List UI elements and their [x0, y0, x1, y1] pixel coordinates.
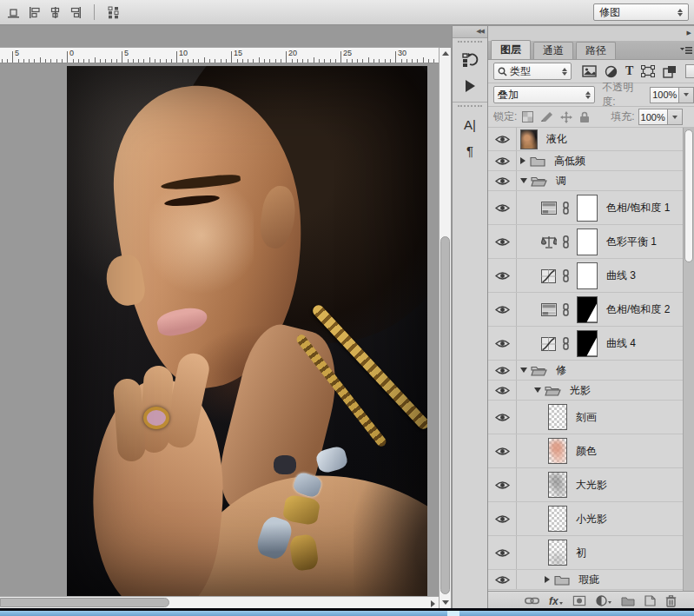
layer-list-scrollbar[interactable] — [683, 128, 694, 591]
filter-type-combo[interactable]: 类型 — [493, 63, 572, 80]
layer-mask-thumbnail[interactable] — [577, 296, 598, 323]
layer-thumbnail[interactable] — [520, 129, 538, 149]
expand-arrow-icon[interactable] — [520, 157, 525, 164]
expand-arrow-icon[interactable] — [545, 576, 550, 583]
panel-collapse-icon[interactable]: ▶ — [687, 30, 691, 36]
new-group-icon[interactable] — [621, 596, 635, 606]
visibility-toggle-icon[interactable] — [495, 156, 510, 166]
tab-paths[interactable]: 路径 — [576, 42, 616, 59]
horizontal-ruler[interactable]: 5051015202530 — [0, 47, 440, 63]
scroll-right-icon[interactable] — [431, 600, 435, 607]
blend-mode-combo[interactable]: 叠加 — [493, 86, 595, 103]
lock-move-icon[interactable] — [560, 111, 572, 123]
layer-row[interactable]: 瑕疵 — [488, 570, 694, 590]
distribute-hcenter-icon[interactable] — [49, 6, 62, 19]
horizontal-scroll-thumb[interactable] — [0, 598, 169, 607]
visibility-toggle-icon[interactable] — [495, 176, 510, 186]
layer-thumbnail[interactable] — [548, 540, 567, 566]
vertical-scroll-thumb[interactable] — [440, 236, 450, 594]
new-layer-icon[interactable] — [644, 595, 656, 606]
visibility-toggle-icon[interactable] — [495, 271, 510, 281]
visibility-toggle-icon[interactable] — [495, 339, 510, 348]
link-layers-icon[interactable] — [525, 597, 539, 605]
distribute-columns-icon[interactable] — [106, 6, 120, 19]
panel-menu-icon[interactable] — [680, 46, 692, 55]
dock-gripper[interactable] — [458, 41, 482, 46]
visibility-toggle-icon[interactable] — [495, 237, 510, 247]
layer-row[interactable]: 初 — [488, 536, 694, 570]
expand-arrow-icon[interactable] — [520, 368, 527, 373]
fill-dropdown-button[interactable] — [668, 109, 683, 125]
layer-row[interactable]: 色相/饱和度 2 — [488, 293, 694, 327]
scroll-down-icon[interactable] — [442, 600, 449, 605]
dock-collapse-button[interactable]: ◀◀ — [453, 26, 487, 38]
layer-row[interactable]: 刻画 — [488, 401, 694, 434]
lock-all-icon[interactable] — [579, 111, 590, 123]
lock-transparency-icon[interactable] — [522, 111, 533, 123]
distribute-left-icon[interactable] — [28, 6, 41, 19]
layer-row[interactable]: 曲线 3 — [488, 259, 694, 293]
add-mask-icon[interactable] — [572, 595, 586, 606]
visibility-toggle-icon[interactable] — [495, 480, 510, 490]
layer-row[interactable]: 小光影 — [488, 502, 694, 536]
layer-row[interactable]: 大光影 — [488, 468, 694, 502]
opacity-input[interactable]: 100% — [650, 87, 679, 103]
layer-list-scroll-thumb[interactable] — [684, 129, 693, 262]
visibility-toggle-icon[interactable] — [495, 135, 510, 144]
layer-mask-thumbnail[interactable] — [577, 330, 598, 357]
type-filter-icon[interactable]: T — [625, 64, 633, 78]
filter-toggle[interactable] — [685, 64, 694, 78]
lock-paint-icon[interactable] — [540, 111, 553, 123]
layer-row[interactable]: 曲线 4 — [488, 327, 694, 361]
adjustment-filter-icon[interactable] — [605, 65, 618, 78]
visibility-toggle-icon[interactable] — [495, 203, 510, 213]
smartobject-filter-icon[interactable] — [663, 65, 677, 78]
layer-mask-thumbnail[interactable] — [577, 229, 598, 255]
layer-row[interactable]: 调 — [488, 171, 694, 191]
visibility-toggle-icon[interactable] — [495, 548, 510, 558]
align-bottom-icon[interactable] — [7, 6, 20, 19]
canvas-horizontal-scrollbar[interactable] — [0, 596, 439, 608]
visibility-toggle-icon[interactable] — [495, 413, 510, 422]
layer-row[interactable]: 修 — [488, 361, 694, 381]
layer-mask-thumbnail[interactable] — [577, 195, 598, 222]
paragraph-panel-icon[interactable]: ¶ — [455, 138, 485, 162]
expand-arrow-icon[interactable] — [534, 387, 541, 393]
layer-row[interactable]: 色彩平衡 1 — [488, 225, 694, 259]
visibility-toggle-icon[interactable] — [495, 447, 510, 456]
layer-row[interactable]: 高低频 — [488, 151, 694, 171]
delete-layer-icon[interactable] — [665, 595, 677, 607]
document-canvas[interactable] — [67, 66, 427, 596]
layer-thumbnail[interactable] — [548, 438, 567, 464]
layer-style-icon[interactable]: fx — [549, 595, 563, 607]
distribute-right-icon[interactable] — [69, 6, 83, 19]
layer-mask-thumbnail[interactable] — [577, 262, 598, 289]
layer-row[interactable]: 光影 — [488, 381, 694, 401]
visibility-toggle-icon[interactable] — [495, 386, 510, 395]
history-panel-icon[interactable] — [455, 48, 485, 72]
canvas-vertical-scrollbar[interactable] — [439, 48, 451, 608]
opacity-dropdown-button[interactable] — [679, 87, 694, 103]
windows-taskbar[interactable] — [0, 608, 694, 616]
layer-row[interactable]: 液化 — [488, 128, 694, 151]
layer-thumbnail[interactable] — [548, 404, 567, 430]
expand-arrow-icon[interactable] — [520, 178, 527, 183]
canvas-pasteboard[interactable]: 5051015202530 — [0, 26, 452, 608]
dock-gripper[interactable] — [458, 105, 482, 110]
layer-row[interactable]: 颜色 — [488, 434, 694, 468]
actions-panel-icon[interactable] — [455, 74, 485, 98]
shape-filter-icon[interactable] — [641, 65, 655, 77]
tab-channels[interactable]: 通道 — [533, 42, 573, 59]
layer-thumbnail[interactable] — [548, 506, 567, 532]
layer-thumbnail[interactable] — [548, 472, 567, 498]
character-panel-icon[interactable]: A| — [455, 112, 485, 136]
fill-input[interactable]: 100% — [638, 109, 668, 125]
pixel-filter-icon[interactable] — [582, 65, 597, 77]
visibility-toggle-icon[interactable] — [495, 514, 510, 524]
visibility-toggle-icon[interactable] — [495, 305, 510, 315]
scroll-up-icon[interactable] — [442, 51, 449, 56]
layer-row[interactable]: 色相/饱和度 1 — [488, 191, 694, 225]
tab-layers[interactable]: 图层 — [491, 40, 531, 59]
visibility-toggle-icon[interactable] — [495, 575, 510, 585]
new-adjustment-icon[interactable] — [596, 595, 611, 606]
